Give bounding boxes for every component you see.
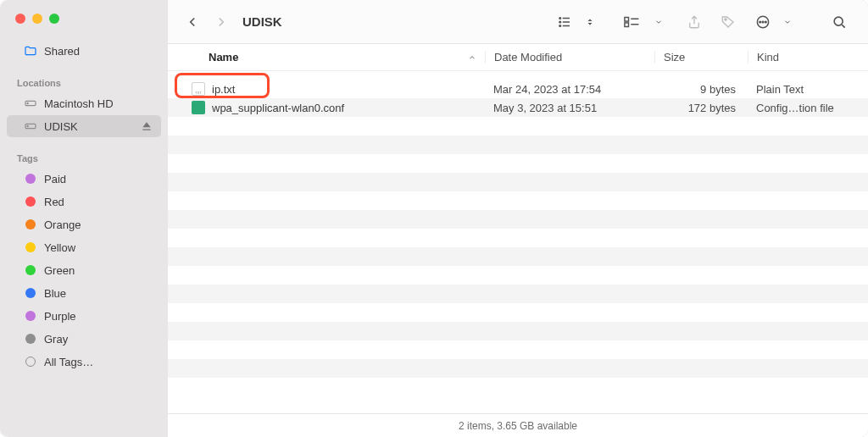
tag-button[interactable] bbox=[714, 9, 743, 35]
sidebar-item-label: All Tags… bbox=[44, 356, 93, 368]
search-button[interactable] bbox=[824, 8, 854, 36]
column-kind[interactable]: Kind bbox=[748, 51, 868, 64]
sidebar-item-label: Blue bbox=[44, 287, 66, 300]
file-row[interactable]: › ip.txt Mar 24, 2023 at 17:54 9 bytes P… bbox=[168, 80, 868, 98]
tag-dot-icon bbox=[25, 334, 36, 344]
svg-rect-7 bbox=[625, 17, 629, 21]
tag-dot-icon bbox=[25, 242, 36, 252]
text-document-icon bbox=[192, 82, 205, 96]
group-button[interactable] bbox=[617, 9, 649, 35]
column-size[interactable]: Size bbox=[654, 51, 748, 64]
view-sort-button[interactable] bbox=[578, 9, 602, 35]
svg-point-11 bbox=[760, 21, 761, 23]
tag-dot-icon bbox=[25, 288, 36, 298]
chevron-down-icon[interactable] bbox=[776, 9, 798, 35]
empty-row bbox=[168, 285, 868, 303]
status-text: 2 items, 3.65 GB available bbox=[459, 420, 577, 432]
sidebar-tag-blue[interactable]: Blue bbox=[7, 282, 161, 304]
svg-point-5 bbox=[559, 21, 561, 23]
svg-point-3 bbox=[27, 125, 28, 126]
sidebar-tag-red[interactable]: Red bbox=[7, 191, 161, 213]
file-name: wpa_supplicant-wlan0.conf bbox=[212, 102, 344, 114]
folder-shared-icon bbox=[24, 44, 37, 58]
svg-point-12 bbox=[762, 21, 764, 23]
chevron-down-icon[interactable] bbox=[648, 9, 670, 35]
empty-row bbox=[168, 210, 868, 229]
window-controls bbox=[0, 10, 168, 39]
column-name[interactable]: Name bbox=[168, 51, 485, 64]
close-icon[interactable] bbox=[15, 14, 25, 24]
status-bar: 2 items, 3.65 GB available bbox=[168, 413, 868, 437]
svg-point-1 bbox=[27, 102, 28, 103]
sidebar-item-label: Gray bbox=[44, 333, 68, 346]
file-kind: Config…tion file bbox=[748, 102, 868, 114]
sidebar-item-label: Paid bbox=[44, 173, 66, 185]
file-kind: Plain Text bbox=[748, 83, 868, 96]
file-date: May 3, 2023 at 15:51 bbox=[485, 102, 654, 114]
empty-row bbox=[168, 359, 868, 378]
svg-point-13 bbox=[765, 21, 767, 23]
sidebar-tag-paid[interactable]: Paid bbox=[7, 168, 161, 190]
sidebar-item-shared[interactable]: Shared bbox=[7, 40, 161, 62]
sidebar-tag-gray[interactable]: Gray bbox=[7, 328, 161, 350]
column-label: Date Modified bbox=[494, 51, 562, 64]
sidebar-tag-orange[interactable]: Orange bbox=[7, 213, 161, 235]
tag-dot-icon bbox=[25, 311, 36, 321]
sidebar-tag-purple[interactable]: Purple bbox=[7, 305, 161, 327]
forward-button[interactable] bbox=[207, 9, 236, 35]
minimize-icon[interactable] bbox=[32, 14, 42, 24]
sidebar-item-label: UDISK bbox=[44, 120, 78, 133]
file-size: 9 bytes bbox=[654, 83, 748, 96]
sidebar-item-label: Macintosh HD bbox=[44, 97, 114, 110]
file-row[interactable]: › wpa_supplicant-wlan0.conf May 3, 2023 … bbox=[168, 98, 868, 117]
svg-rect-8 bbox=[625, 22, 629, 26]
sidebar-item-label: Orange bbox=[44, 218, 81, 231]
empty-row bbox=[168, 322, 868, 340]
empty-row bbox=[168, 247, 868, 266]
sidebar-item-label: Green bbox=[44, 264, 75, 277]
svg-point-6 bbox=[559, 25, 561, 26]
tag-dot-icon bbox=[25, 265, 36, 275]
column-label: Name bbox=[209, 51, 238, 64]
fullscreen-icon[interactable] bbox=[49, 14, 59, 24]
sidebar-item-macintosh-hd[interactable]: Macintosh HD bbox=[7, 92, 161, 114]
harddrive-icon bbox=[24, 119, 37, 133]
sidebar-heading-locations: Locations bbox=[0, 63, 168, 91]
file-size: 172 bytes bbox=[654, 102, 748, 114]
column-label: Size bbox=[664, 51, 685, 64]
sidebar-item-label: Shared bbox=[44, 45, 80, 58]
action-menu-button[interactable] bbox=[748, 8, 778, 36]
window-title: UDISK bbox=[242, 14, 282, 29]
view-list-button[interactable] bbox=[549, 9, 580, 35]
tag-dot-icon bbox=[25, 196, 36, 207]
toolbar: UDISK bbox=[168, 0, 868, 44]
empty-row bbox=[168, 173, 868, 191]
file-list: › ip.txt Mar 24, 2023 at 17:54 9 bytes P… bbox=[168, 71, 868, 413]
column-date-modified[interactable]: Date Modified bbox=[485, 51, 654, 64]
sidebar-tag-green[interactable]: Green bbox=[7, 259, 161, 281]
tag-dot-icon bbox=[25, 219, 36, 230]
harddrive-icon bbox=[24, 97, 37, 110]
sort-ascending-icon bbox=[468, 53, 476, 62]
svg-point-9 bbox=[725, 18, 726, 19]
config-file-icon bbox=[192, 101, 205, 114]
sidebar-all-tags[interactable]: All Tags… bbox=[7, 351, 161, 373]
sidebar-item-label: Purple bbox=[44, 310, 76, 323]
back-button[interactable] bbox=[178, 9, 207, 35]
sidebar-tag-yellow[interactable]: Yellow bbox=[7, 236, 161, 258]
sidebar-heading-tags: Tags bbox=[0, 138, 168, 167]
share-button[interactable] bbox=[680, 9, 709, 35]
empty-row bbox=[168, 136, 868, 154]
sidebar-item-label: Yellow bbox=[44, 241, 75, 254]
sidebar-item-label: Red bbox=[44, 196, 64, 208]
file-date: Mar 24, 2023 at 17:54 bbox=[485, 83, 654, 96]
tag-ring-icon bbox=[25, 357, 36, 367]
svg-point-14 bbox=[834, 17, 843, 25]
column-label: Kind bbox=[757, 51, 779, 64]
column-header: Name Date Modified Size Kind bbox=[168, 44, 868, 71]
svg-point-4 bbox=[559, 17, 561, 19]
file-name: ip.txt bbox=[212, 83, 235, 96]
eject-icon[interactable] bbox=[141, 120, 153, 132]
tag-dot-icon bbox=[25, 174, 36, 184]
sidebar-item-udisk[interactable]: UDISK bbox=[7, 115, 161, 137]
